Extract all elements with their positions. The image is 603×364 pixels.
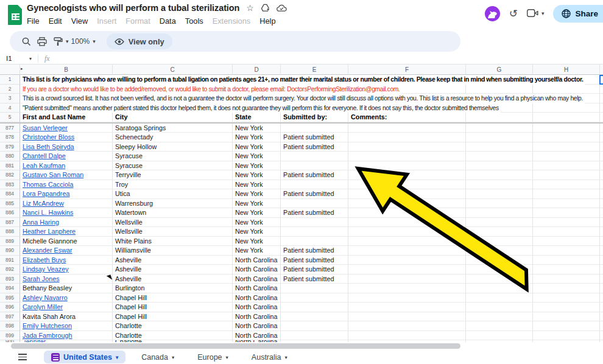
cell-state[interactable]: New York [233,152,281,161]
cell-empty[interactable] [600,208,603,218]
cell-name[interactable]: Susan Verleger [20,124,113,133]
notice-row-text[interactable]: "Patient submitted" means another patien… [23,103,501,113]
row-number[interactable]: 890 [0,246,20,256]
cell-submitted-by[interactable] [281,124,348,133]
notice-row-text[interactable]: This is a crowd sourced list. It has not… [23,94,585,103]
cell-empty[interactable] [466,189,533,199]
cell-empty[interactable] [600,303,603,312]
cell-comments[interactable] [348,218,466,228]
cell-empty[interactable] [600,331,603,341]
cell-empty[interactable] [533,170,600,180]
doctor-name-text[interactable]: Kavita Shah Arora [23,313,76,320]
cell-empty[interactable] [600,293,603,303]
cell-name[interactable]: Bethany Beasley [20,284,113,293]
row-number[interactable]: 885 [0,199,20,209]
cell-empty[interactable] [466,161,533,171]
cell-empty[interactable] [533,218,600,228]
sheets-logo-icon[interactable] [8,5,23,25]
cell-empty[interactable] [466,284,533,293]
doctor-name-text[interactable]: Michelle Giannone [23,237,77,245]
cell-submitted-by[interactable]: Patient submitted [281,256,348,265]
cell-empty[interactable] [466,199,533,209]
column-header-F[interactable]: F [348,65,466,75]
row-number[interactable]: 894 [0,284,20,293]
horizontal-scrollbar-thumb[interactable] [11,343,460,349]
cell-state[interactable]: New York [233,227,281,237]
cell-submitted-by[interactable] [281,237,348,247]
row-number[interactable]: 880 [0,152,20,161]
cell-empty[interactable] [600,237,603,247]
cell-empty[interactable] [533,152,600,161]
cell-empty[interactable] [600,321,603,331]
cell-comments[interactable] [348,256,466,265]
cell-city[interactable]: Chapel Hill [113,303,233,312]
row-number[interactable]: 897 [0,312,20,322]
cell-empty[interactable] [533,256,600,265]
menu-data[interactable]: Data [160,16,176,26]
cell-city[interactable]: Terryville [113,170,233,180]
cell-empty[interactable] [533,265,600,275]
zoom-control[interactable]: 100% ▾ [71,37,96,46]
cell-name[interactable]: Ashley Navarro [20,293,113,303]
cell-city[interactable]: Utica [113,189,233,199]
row-number[interactable]: 881 [0,161,20,171]
cell-comments[interactable] [348,265,466,275]
cell-submitted-by[interactable]: Patient submitted [281,265,348,275]
share-button[interactable]: Share [553,5,603,23]
cell-empty[interactable] [600,170,603,180]
cell-state[interactable]: New York [233,246,281,256]
doctor-name-link[interactable]: Gustavo San Roman [23,171,83,178]
doctor-name-link[interactable]: Ashley Navarro [23,294,68,301]
cell-name[interactable]: Nanci L. Hawkins [20,208,113,218]
cell-name[interactable]: Liz McAndrew [20,199,113,209]
row-number[interactable]: 3 [0,94,20,103]
cell-state[interactable]: North Carolina [233,256,281,265]
version-history-icon[interactable]: ↺ [509,9,518,19]
cell-submitted-by[interactable] [281,293,348,303]
row-number[interactable]: 896 [0,303,20,312]
table-column-header[interactable]: City [113,113,233,122]
paint-format-icon[interactable] [50,33,66,49]
cell-city[interactable]: Watertown [113,208,233,218]
cell-state[interactable]: North Carolina [233,321,281,331]
cell-state[interactable]: New York [233,170,281,180]
cell-empty[interactable] [466,218,533,228]
doctor-name-link[interactable]: Liz McAndrew [23,200,64,207]
cell-empty[interactable] [466,124,533,133]
name-box[interactable]: I1 [0,55,29,62]
doctor-name-link[interactable]: Lisa Beth Spiryda [23,143,74,150]
cell-empty[interactable] [533,85,600,94]
cell-empty[interactable] [533,103,600,113]
doctor-name-text[interactable]: Bethany Beasley [23,284,72,292]
doctor-name-link[interactable]: Anna Haring [23,219,59,226]
cell-empty[interactable] [600,189,603,199]
doctor-name-link[interactable]: Alexander Eswar [23,247,72,254]
notice-row-text[interactable]: If you are a doctor who would like to be… [23,85,402,94]
cell-city[interactable]: Burlington [113,284,233,293]
cell-empty[interactable] [533,293,600,303]
doctor-name-link[interactable]: Lora Papandrea [23,190,69,197]
cell-empty[interactable] [533,246,600,256]
view-only-chip[interactable]: View only [107,33,172,49]
cell-city[interactable]: Asheville [113,256,233,265]
camera-dropdown-caret-icon[interactable]: ▾ [541,11,545,16]
menu-extensions[interactable]: Extensions [213,16,251,26]
cell-city[interactable]: Charlotte [113,321,233,331]
cell-empty[interactable] [533,321,600,331]
cell-city[interactable]: Schenectady [113,133,233,142]
cell-submitted-by[interactable]: Patient submitted [281,189,348,199]
row-number[interactable]: 1 [0,75,20,85]
cell-empty[interactable] [600,124,603,133]
cell-city[interactable]: Sleepy Hollow [113,142,233,152]
row-number[interactable]: 882 [0,170,20,180]
column-header-D[interactable]: D [233,65,281,75]
star-icon[interactable]: ☆ [246,4,254,12]
cell-city[interactable]: Wellsville [113,218,233,228]
doctor-name-link[interactable]: Elizabeth Buys [23,256,66,264]
cell-name[interactable]: Jada Fambrough [20,331,113,341]
cell-state[interactable]: New York [233,180,281,190]
cell-empty[interactable] [533,161,600,171]
row-number[interactable]: 889 [0,237,20,247]
cell-city[interactable]: Syracuse [113,161,233,171]
menu-help[interactable]: Help [259,16,275,26]
